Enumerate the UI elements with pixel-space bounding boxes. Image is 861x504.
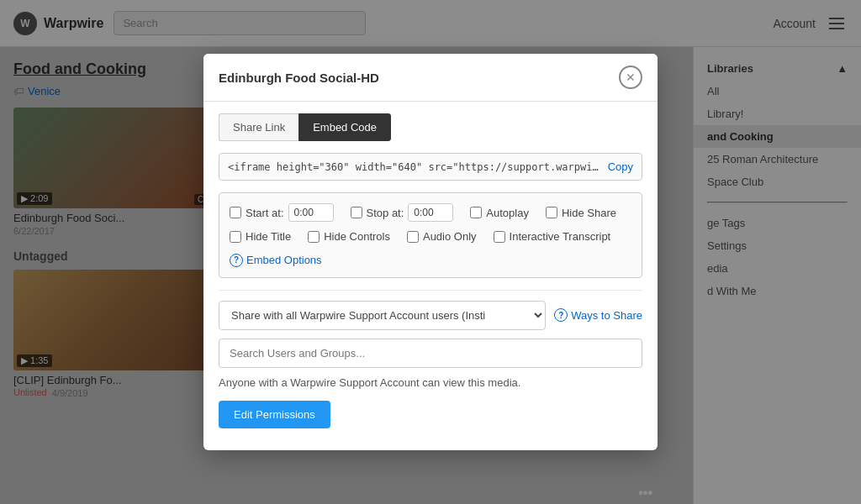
tab-embed-code[interactable]: Embed Code	[298, 113, 391, 141]
interactive-transcript-label: Interactive Transcript	[510, 230, 611, 243]
modal-close-button[interactable]: ✕	[619, 66, 642, 89]
divider	[219, 290, 642, 291]
options-row-2: Hide Title Hide Controls Audio Only Inte…	[230, 230, 631, 243]
hide-title-checkbox[interactable]	[230, 231, 241, 243]
option-hide-controls: Hide Controls	[308, 230, 390, 243]
option-autoplay: Autoplay	[470, 207, 529, 219]
option-hide-share: Hide Share	[546, 207, 616, 219]
audio-only-checkbox[interactable]	[407, 231, 419, 243]
hide-title-label: Hide Title	[246, 230, 291, 243]
option-audio-only: Audio Only	[407, 230, 477, 243]
interactive-transcript-checkbox[interactable]	[494, 231, 505, 243]
ways-to-share-link[interactable]: ? Ways to Share	[554, 308, 642, 322]
copy-button[interactable]: Copy	[608, 160, 633, 173]
start-at-input[interactable]	[288, 203, 334, 222]
options-row-1: Start at: Stop at: Autoplay Hide	[230, 203, 631, 222]
permission-text: Anyone with a Warpwire Support Account c…	[219, 376, 642, 389]
stop-at-label: Stop at:	[367, 207, 404, 219]
share-section: Share with all Warpwire Support Account …	[219, 301, 642, 428]
embed-options-box: Start at: Stop at: Autoplay Hide	[219, 192, 642, 278]
modal-header: Edinburgh Food Social-HD ✕	[203, 54, 658, 102]
option-start-at: Start at:	[230, 203, 334, 222]
share-modal: Edinburgh Food Social-HD ✕ Share Link Em…	[203, 54, 658, 450]
option-stop-at: Stop at:	[351, 203, 454, 222]
share-dropdown-row: Share with all Warpwire Support Account …	[219, 301, 642, 330]
modal-title: Edinburgh Food Social-HD	[219, 71, 379, 85]
embed-code-text: <iframe height="360" width="640" src="ht…	[228, 161, 601, 173]
stop-at-checkbox[interactable]	[351, 207, 362, 218]
search-users-input[interactable]	[219, 339, 642, 368]
hide-share-label: Hide Share	[562, 207, 616, 219]
audio-only-label: Audio Only	[423, 230, 477, 243]
modal-tabs: Share Link Embed Code	[203, 102, 658, 141]
hide-share-checkbox[interactable]	[546, 207, 557, 218]
stop-at-input[interactable]	[408, 203, 453, 222]
autoplay-label: Autoplay	[486, 207, 529, 219]
modal-overlay: Edinburgh Food Social-HD ✕ Share Link Em…	[0, 0, 861, 504]
start-at-label: Start at:	[246, 207, 284, 219]
hide-controls-label: Hide Controls	[324, 230, 390, 243]
tab-share-link[interactable]: Share Link	[219, 113, 298, 141]
embed-options-link[interactable]: ? Embed Options	[230, 254, 322, 267]
embed-options-link-row: ? Embed Options	[230, 251, 631, 267]
help-icon: ?	[230, 254, 243, 267]
option-hide-title: Hide Title	[230, 230, 291, 243]
hide-controls-checkbox[interactable]	[308, 231, 320, 243]
autoplay-checkbox[interactable]	[470, 207, 482, 218]
modal-body: <iframe height="360" width="640" src="ht…	[203, 141, 658, 450]
edit-permissions-button[interactable]: Edit Permissions	[219, 401, 330, 428]
embed-code-box: <iframe height="360" width="640" src="ht…	[219, 153, 642, 181]
start-at-checkbox[interactable]	[230, 207, 241, 218]
ways-help-icon: ?	[554, 308, 568, 322]
share-select[interactable]: Share with all Warpwire Support Account …	[219, 301, 546, 330]
option-interactive-transcript: Interactive Transcript	[494, 230, 611, 243]
